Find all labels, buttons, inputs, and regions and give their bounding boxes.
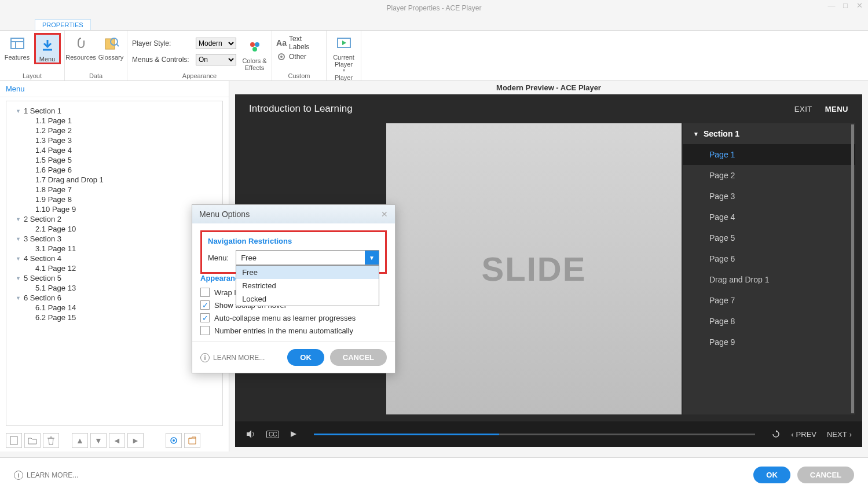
combo-option[interactable]: Locked [236, 292, 379, 306]
menu-combo-dropdown: FreeRestrictedLocked [236, 265, 379, 306]
menu-tree-page[interactable]: 5.1 Page 13 [13, 283, 215, 293]
side-menu-page[interactable]: Page 5 [683, 227, 855, 248]
settings-button[interactable] [166, 433, 182, 448]
triangle-icon: ▼ [16, 108, 21, 114]
move-down-button[interactable]: ▼ [90, 433, 107, 448]
move-right-button[interactable]: ► [127, 433, 144, 448]
dialog-cancel-button[interactable]: CANCEL [330, 349, 387, 366]
progress-bar[interactable] [314, 434, 755, 435]
resources-button[interactable]: Resources [68, 33, 94, 61]
other-button[interactable]: Other [277, 50, 321, 63]
prev-button[interactable]: ‹PREV [791, 430, 816, 439]
features-icon [9, 35, 25, 52]
tab-properties[interactable]: PROPERTIES [35, 19, 91, 30]
menu-tree-page[interactable]: 1.5 Page 5 [13, 155, 215, 165]
menu-tree-page[interactable]: 1.2 Page 2 [13, 126, 215, 135]
menu-tree-section[interactable]: ▼5 Section 5 [13, 273, 215, 283]
side-menu-page[interactable]: Page 7 [683, 290, 855, 311]
menu-link[interactable]: MENU [825, 105, 848, 113]
triangle-icon: ▼ [16, 236, 21, 242]
cancel-button[interactable]: CANCEL [797, 467, 854, 483]
menu-tree-section[interactable]: ▼1 Section 1 [13, 106, 215, 116]
preview-side-menu[interactable]: ▼ Section 1 Page 1Page 2Page 3Page 4Page… [682, 123, 855, 414]
features-button[interactable]: Features [4, 33, 31, 61]
menus-controls-select[interactable]: On [196, 54, 236, 65]
menu-tree-page[interactable]: 1.3 Page 3 [13, 135, 215, 145]
menu-label: Menu: [208, 254, 229, 262]
palette-icon [247, 39, 263, 55]
move-up-button[interactable]: ▲ [72, 433, 88, 448]
menu-tree-section[interactable]: ▼2 Section 2 [13, 214, 215, 224]
minimize-icon[interactable]: — [826, 1, 837, 10]
exit-link[interactable]: EXIT [794, 105, 812, 113]
dialog-ok-button[interactable]: OK [287, 349, 324, 366]
autocollapse-checkbox[interactable]: ✓ Auto-collapse menu as learner progress… [200, 311, 387, 324]
svg-point-11 [280, 56, 283, 58]
custom-group-label: Custom [277, 72, 321, 79]
new-page-button[interactable] [6, 433, 22, 448]
ok-button[interactable]: OK [753, 467, 790, 483]
menu-tree-section[interactable]: ▼3 Section 3 [13, 234, 215, 244]
menu-button[interactable]: Menu [34, 33, 61, 64]
menu-tree[interactable]: ▼1 Section 11.1 Page 11.2 Page 21.3 Page… [6, 101, 223, 426]
move-left-button[interactable]: ◄ [109, 433, 125, 448]
reset-button[interactable] [184, 433, 200, 448]
maximize-icon[interactable]: □ [840, 1, 851, 10]
menu-tree-page[interactable]: 3.1 Page 11 [13, 244, 215, 254]
player-icon [336, 35, 352, 52]
menu-tree-page[interactable]: 1.9 Page 8 [13, 194, 215, 204]
replay-icon[interactable] [771, 429, 781, 439]
combo-option[interactable]: Free [236, 266, 379, 279]
menu-tree-page[interactable]: 1.1 Page 1 [13, 116, 215, 126]
colors-effects-button[interactable]: Colors & Effects [242, 36, 267, 71]
menu-tree-page[interactable]: 1.4 Page 4 [13, 145, 215, 155]
scrollbar[interactable] [851, 124, 854, 413]
text-labels-label: Text Labels [289, 35, 321, 51]
side-menu-page[interactable]: Page 6 [683, 248, 855, 269]
menu-tree-page[interactable]: 1.8 Page 7 [13, 185, 215, 194]
delete-button[interactable] [43, 433, 59, 448]
chevron-down-icon: ▼ [693, 131, 699, 137]
appearance-group-label: Appearance [132, 72, 267, 79]
open-folder-button[interactable] [24, 433, 41, 448]
menu-tree-page[interactable]: 6.2 Page 15 [13, 313, 215, 322]
menu-tree-section[interactable]: ▼4 Section 4 [13, 254, 215, 263]
volume-icon[interactable] [246, 429, 256, 439]
dialog-close-icon[interactable]: ✕ [381, 210, 388, 219]
player-style-select[interactable]: Modern [196, 38, 236, 49]
features-label: Features [5, 54, 30, 61]
menu-tree-page[interactable]: 1.6 Page 6 [13, 165, 215, 175]
side-menu-page[interactable]: Drag and Drop 1 [683, 269, 855, 290]
svg-rect-0 [11, 38, 24, 49]
combo-option[interactable]: Restricted [236, 279, 379, 292]
play-icon[interactable] [290, 430, 298, 438]
close-icon[interactable]: ✕ [854, 1, 865, 10]
side-menu-page[interactable]: Page 1 [683, 144, 855, 165]
course-title: Introduction to Learning [249, 103, 353, 115]
side-menu-page[interactable]: Page 3 [683, 186, 855, 207]
nav-restrictions-heading: Navigation Restrictions [208, 237, 379, 245]
menu-tree-page[interactable]: 1.10 Page 9 [13, 204, 215, 214]
menu-tree-section[interactable]: ▼6 Section 6 [13, 293, 215, 303]
triangle-icon: ▼ [16, 216, 21, 222]
side-menu-section[interactable]: ▼ Section 1 [683, 123, 855, 144]
next-button[interactable]: NEXT› [827, 430, 852, 439]
glossary-button[interactable]: Glossary [98, 33, 124, 61]
title-bar: Player Properties - ACE Player — □ ✕ [0, 0, 868, 16]
side-menu-page[interactable]: Page 2 [683, 165, 855, 186]
learn-more-link[interactable]: i LEARN MORE... [14, 471, 746, 480]
menu-tree-page[interactable]: 2.1 Page 10 [13, 224, 215, 234]
side-menu-page[interactable]: Page 4 [683, 207, 855, 227]
menu-combo[interactable]: Free ▼ FreeRestrictedLocked [236, 250, 379, 265]
number-entries-checkbox[interactable]: Number entries in the menu automatically [200, 324, 387, 337]
current-player-button[interactable]: Current Player ▾ [329, 33, 359, 73]
dialog-learn-more-link[interactable]: i LEARN MORE... [200, 353, 281, 362]
side-menu-page[interactable]: Page 8 [683, 311, 855, 332]
side-menu-page[interactable]: Page 9 [683, 332, 855, 353]
menu-panel-header: Menu [0, 81, 229, 97]
menu-tree-page[interactable]: 4.1 Page 12 [13, 263, 215, 273]
menu-tree-page[interactable]: 6.1 Page 14 [13, 303, 215, 313]
menu-tree-page[interactable]: 1.7 Drag and Drop 1 [13, 175, 215, 185]
cc-icon[interactable]: CC [266, 431, 279, 438]
text-labels-button[interactable]: Aa Text Labels [277, 36, 321, 49]
